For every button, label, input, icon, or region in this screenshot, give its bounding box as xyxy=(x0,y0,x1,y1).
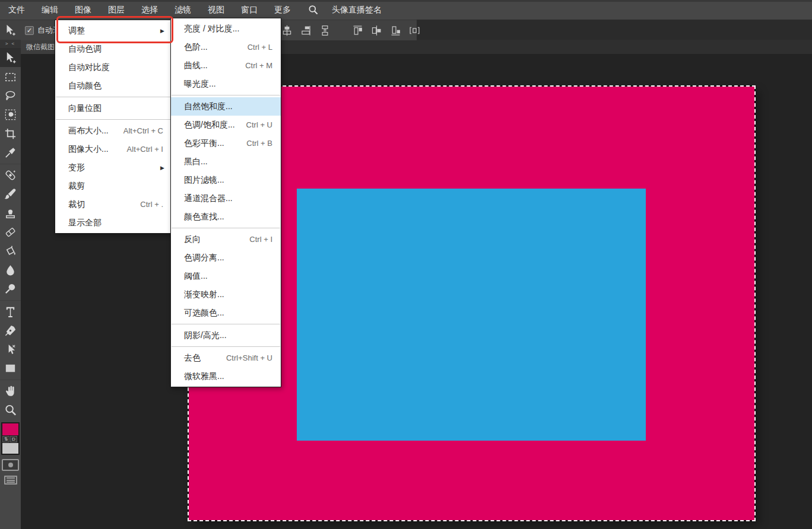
lasso-tool[interactable] xyxy=(0,86,21,105)
menubar-item[interactable]: 编辑 xyxy=(33,0,66,20)
menu-item[interactable]: 亮度 / 对比度... xyxy=(171,20,281,38)
menu-item-label: 变形 xyxy=(68,162,160,173)
distribute-horizontal-icon[interactable] xyxy=(408,24,421,37)
healing-brush-tool[interactable] xyxy=(0,164,21,184)
brush-tool[interactable] xyxy=(0,184,21,203)
quick-mask-icon xyxy=(8,463,13,467)
menu-separator xyxy=(172,228,280,228)
menu-item[interactable]: 颜色查找... xyxy=(171,208,281,226)
auto-select-checkbox[interactable]: ✓ xyxy=(25,26,34,35)
menubar-item[interactable]: 滤镜 xyxy=(166,0,199,20)
align-vertical-centers-icon[interactable] xyxy=(281,24,293,37)
pen-tool[interactable] xyxy=(0,321,21,340)
menubar-items: 文件编辑图像图层选择滤镜视图窗口更多 xyxy=(0,0,299,20)
search-icon[interactable] xyxy=(307,4,319,15)
menu-item-shortcut: Ctrl + L xyxy=(248,43,272,52)
background-color-swatch[interactable] xyxy=(2,443,18,454)
quick-mask-button[interactable] xyxy=(2,459,19,471)
menubar-item[interactable]: 文件 xyxy=(0,0,33,20)
menu-item-label: 微软雅黑... xyxy=(184,371,281,382)
collapse-toolbar-button[interactable]: > < xyxy=(0,40,21,48)
canvas-blue-rectangle[interactable] xyxy=(297,189,646,441)
menu-item[interactable]: 色阶...Ctrl + L xyxy=(171,38,281,56)
document-tab-label: 微信截图 xyxy=(26,43,55,51)
menubar-item[interactable]: 视图 xyxy=(199,0,233,20)
marquee-tool[interactable] xyxy=(0,67,21,86)
menubar: 文件编辑图像图层选择滤镜视图窗口更多 头像直播签名 xyxy=(0,0,812,20)
menu-item-label: 可选颜色... xyxy=(184,308,281,318)
eraser-tool[interactable] xyxy=(0,222,21,241)
menu-item[interactable]: 自动颜色 xyxy=(55,77,172,95)
menu-item[interactable]: 微软雅黑... xyxy=(171,367,281,385)
menu-item[interactable]: 变形▶ xyxy=(55,158,172,177)
menu-item[interactable]: 图片滤镜... xyxy=(171,171,281,189)
alignment-buttons xyxy=(281,20,421,40)
menu-item[interactable]: 曲线...Ctrl + M xyxy=(171,56,281,75)
menu-item[interactable]: 向量位图 xyxy=(55,99,172,117)
menu-item[interactable]: 色调分离... xyxy=(171,248,281,267)
menu-item[interactable]: 自动色调 xyxy=(55,40,172,58)
adjustments-submenu: 亮度 / 对比度...色阶...Ctrl + L曲线...Ctrl + M曝光度… xyxy=(170,18,281,387)
menu-separator xyxy=(172,346,280,347)
menu-item-shortcut: Ctrl + M xyxy=(245,61,272,70)
menu-item-label: 图像大小... xyxy=(68,144,127,155)
default-colors-icon[interactable]: D xyxy=(10,436,17,442)
type-tool[interactable] xyxy=(0,300,21,321)
move-tool[interactable] xyxy=(0,48,21,67)
menu-item-label: 自然饱和度... xyxy=(184,101,281,112)
menu-item[interactable]: 反向Ctrl + I xyxy=(171,230,281,248)
path-select-tool[interactable] xyxy=(0,340,21,359)
menu-item-shortcut: Ctrl+Shift + U xyxy=(226,353,272,362)
menu-item[interactable]: 通道混合器... xyxy=(171,189,281,208)
dodge-tool[interactable] xyxy=(0,279,21,298)
menu-item[interactable]: 裁剪 xyxy=(55,177,172,195)
menubar-item[interactable]: 窗口 xyxy=(233,0,266,20)
hand-tool[interactable] xyxy=(0,380,21,400)
align-horizontal-centers-icon[interactable] xyxy=(370,24,383,37)
menu-item-label: 显示全部 xyxy=(68,218,172,228)
menu-item[interactable]: 色调/饱和度...Ctrl + U xyxy=(171,116,281,134)
menu-item[interactable]: 去色Ctrl+Shift + U xyxy=(171,349,281,367)
menu-item[interactable]: 曝光度... xyxy=(171,75,281,93)
menu-item-label: 色调分离... xyxy=(184,253,281,263)
paint-bucket-tool[interactable] xyxy=(0,241,21,260)
align-bottom-edges-icon[interactable] xyxy=(389,24,402,37)
crop-tool[interactable] xyxy=(0,124,21,143)
menu-item-label: 裁切 xyxy=(68,199,140,210)
align-right-edges-icon[interactable] xyxy=(300,24,312,37)
menu-item[interactable]: 调整▶ xyxy=(55,21,172,40)
menu-item[interactable]: 画布大小...Alt+Ctrl + C xyxy=(55,122,172,140)
rectangle-tool[interactable] xyxy=(0,359,21,378)
menu-item[interactable]: 色彩平衡...Ctrl + B xyxy=(171,134,281,152)
document-title: 头像直播签名 xyxy=(332,5,382,15)
menu-item[interactable]: 自然饱和度... xyxy=(171,97,281,116)
distribute-vertical-icon[interactable] xyxy=(319,24,331,37)
menu-item-label: 通道混合器... xyxy=(184,193,281,204)
menubar-item[interactable]: 图像 xyxy=(66,0,100,20)
foreground-color-swatch[interactable] xyxy=(2,423,18,435)
eyedropper-tool[interactable] xyxy=(0,143,21,162)
screen-mode-button[interactable] xyxy=(4,476,17,485)
menu-item-label: 自动对比度 xyxy=(68,62,172,73)
menu-item[interactable]: 显示全部 xyxy=(55,213,172,232)
menu-item[interactable]: 可选颜色... xyxy=(171,304,281,322)
blur-tool[interactable] xyxy=(0,260,21,279)
zoom-tool[interactable] xyxy=(0,400,21,419)
menubar-item[interactable]: 更多 xyxy=(266,0,299,20)
menu-item-shortcut: Alt+Ctrl + C xyxy=(123,126,163,135)
menu-item-label: 向量位图 xyxy=(68,103,172,114)
menu-item[interactable]: 黑白... xyxy=(171,152,281,171)
menu-item-label: 亮度 / 对比度... xyxy=(184,24,281,34)
menu-item[interactable]: 渐变映射... xyxy=(171,285,281,304)
menu-item[interactable]: 自动对比度 xyxy=(55,58,172,77)
menubar-item[interactable]: 图层 xyxy=(100,0,133,20)
quick-select-tool[interactable] xyxy=(0,105,21,124)
clone-stamp-tool[interactable] xyxy=(0,203,21,222)
menu-item[interactable]: 裁切Ctrl + . xyxy=(55,195,172,213)
menu-item[interactable]: 阈值... xyxy=(171,267,281,285)
align-top-edges-icon[interactable] xyxy=(351,24,364,37)
swap-colors-icon[interactable]: ⇅ xyxy=(2,436,9,442)
menu-item[interactable]: 阴影/高光... xyxy=(171,326,281,345)
menu-item[interactable]: 图像大小...Alt+Ctrl + I xyxy=(55,140,172,158)
menubar-item[interactable]: 选择 xyxy=(133,0,166,20)
